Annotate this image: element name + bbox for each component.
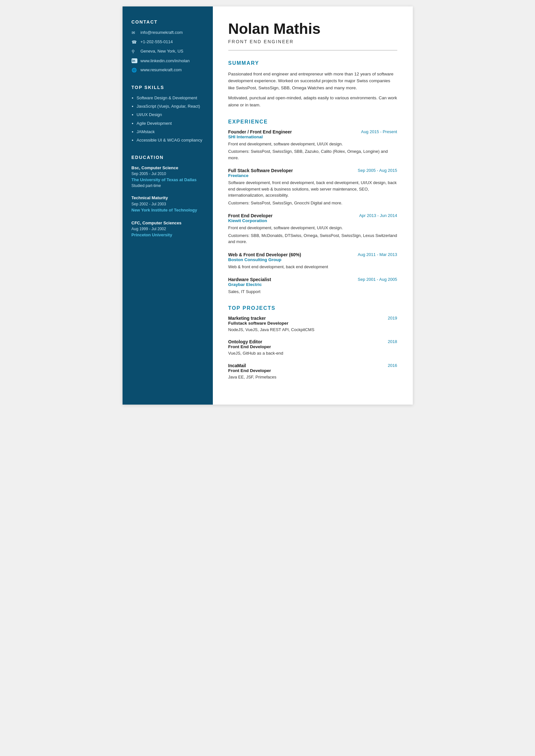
contact-phone-text: +1-202-555-0114: [141, 39, 173, 45]
header: Nolan Mathis FRONT END ENGINEER: [228, 21, 397, 51]
contact-email: ✉ info@resumekraft.com: [131, 30, 204, 36]
skill-item: Software Design & Development: [137, 95, 204, 101]
exp-dates: Aug 2011 - Mar 2013: [358, 252, 397, 257]
edu-dates: Sep 2005 - Jul 2010: [131, 172, 204, 176]
edu-school: New York Institute of Technology: [131, 207, 204, 213]
contact-title: CONTACT: [131, 19, 204, 24]
project-year: 2018: [388, 339, 397, 344]
project-tech: Java EE, JSF, Primefaces: [228, 374, 397, 380]
exp-job-title: Founder / Front End Engineer: [228, 129, 292, 134]
exp-header: Full Stack Software Developer Sep 2005 -…: [228, 168, 397, 173]
exp-dates: Apr 2013 - Jun 2014: [359, 213, 397, 218]
exp-dates: Sep 2001 - Aug 2005: [358, 277, 397, 282]
summary-paragraph-0: Passionated front end engineer and entre…: [228, 70, 397, 92]
candidate-name: Nolan Mathis: [228, 21, 397, 37]
project-header: Marketing tracker 2019: [228, 316, 397, 321]
exp-dates: Sep 2005 - Aug 2015: [358, 168, 397, 173]
website-icon: 🌐: [131, 68, 137, 73]
exp-desc: Sales, IT Support: [228, 288, 397, 295]
contact-website-text: www.resumekraft.com: [141, 67, 182, 73]
skills-section: TOP SKILLS Software Design & Development…: [131, 85, 204, 143]
exp-dates: Aug 2015 - Present: [361, 129, 397, 134]
edu-degree: Technical Maturity: [131, 195, 204, 201]
contact-linkedin: in www.linkedin.com/in/nolan: [131, 58, 204, 64]
edu-school: The University of Texas at Dallas: [131, 177, 204, 183]
exp-desc: Front end development, software developm…: [228, 141, 397, 147]
exp-desc: Front end development, software developm…: [228, 225, 397, 231]
projects-title: TOP PROJECTS: [228, 305, 397, 311]
exp-item-3: Web & Front End Developer (60%) Aug 2011…: [228, 252, 397, 270]
contact-email-text: info@resumekraft.com: [141, 30, 183, 36]
project-role: Fullstack software Developer: [228, 321, 397, 326]
exp-header: Hardware Specialist Sep 2001 - Aug 2005: [228, 277, 397, 282]
experience-section: EXPERIENCE Founder / Front End Engineer …: [228, 119, 397, 295]
edu-school: Princeton University: [131, 232, 204, 238]
exp-item-0: Founder / Front End Engineer Aug 2015 - …: [228, 129, 397, 161]
exp-job-title: Front End Developer: [228, 213, 273, 218]
exp-job-title: Web & Front End Developer (60%): [228, 252, 301, 257]
project-role: Front End Developer: [228, 344, 397, 349]
contact-linkedin-text: www.linkedin.com/in/nolan: [141, 58, 190, 64]
project-item-0: Marketing tracker 2019 Fullstack softwar…: [228, 316, 397, 333]
project-header: Ontology Editor 2018: [228, 339, 397, 344]
exp-desc: Customers: SwissPost, SwissSign, SBB, Za…: [228, 148, 397, 161]
edu-item-0: Bsc, Computer Science Sep 2005 - Jul 201…: [131, 165, 204, 188]
project-year: 2019: [388, 316, 397, 320]
project-role: Front End Developer: [228, 368, 397, 373]
experience-title: EXPERIENCE: [228, 119, 397, 125]
education-title: EDUCATION: [131, 155, 204, 160]
skills-list: Software Design & Development JavaScript…: [131, 95, 204, 143]
exp-desc: Software development, front end developm…: [228, 179, 397, 199]
edu-dates: Aug 1999 - Jul 2002: [131, 227, 204, 231]
project-item-2: IncaMail 2016 Front End Developer Java E…: [228, 363, 397, 380]
exp-item-1: Full Stack Software Developer Sep 2005 -…: [228, 168, 397, 206]
location-icon: ⚲: [131, 49, 137, 54]
exp-item-4: Hardware Specialist Sep 2001 - Aug 2005 …: [228, 277, 397, 295]
resume-document: CONTACT ✉ info@resumekraft.com ☎ +1-202-…: [123, 7, 413, 405]
edu-item-1: Technical Maturity Sep 2002 - Jul 2003 N…: [131, 195, 204, 213]
exp-company: Freelance: [228, 173, 397, 178]
linkedin-icon: in: [131, 58, 137, 63]
skill-item: JAMstack: [137, 129, 204, 135]
exp-company: Graybar Electric: [228, 282, 397, 287]
projects-section: TOP PROJECTS Marketing tracker 2019 Full…: [228, 305, 397, 380]
project-header: IncaMail 2016: [228, 363, 397, 368]
project-year: 2016: [388, 363, 397, 368]
summary-paragraph-1: Motivated, punctual and open-minded, ada…: [228, 94, 397, 108]
edu-item-2: CFC, Computer Sciences Aug 1999 - Jul 20…: [131, 220, 204, 238]
main-content: Nolan Mathis FRONT END ENGINEER SUMMARY …: [213, 7, 413, 405]
project-item-1: Ontology Editor 2018 Front End Developer…: [228, 339, 397, 357]
contact-phone: ☎ +1-202-555-0114: [131, 39, 204, 45]
contact-website: 🌐 www.resumekraft.com: [131, 67, 204, 73]
skill-item: JavaScript (Vuejs, Angular, React): [137, 103, 204, 109]
project-tech: NodeJS, VueJS, Java REST API, CockpitCMS: [228, 327, 397, 333]
contact-section: CONTACT ✉ info@resumekraft.com ☎ +1-202-…: [131, 19, 204, 73]
email-icon: ✉: [131, 30, 137, 36]
candidate-title: FRONT END ENGINEER: [228, 39, 397, 44]
exp-item-2: Front End Developer Apr 2013 - Jun 2014 …: [228, 213, 397, 245]
skill-item: UI/UX Design: [137, 112, 204, 118]
header-divider: [228, 50, 397, 51]
exp-header: Web & Front End Developer (60%) Aug 2011…: [228, 252, 397, 257]
edu-degree: CFC, Computer Sciences: [131, 220, 204, 226]
exp-desc: Customers: SwissPost, SwissSign, Gnocchi…: [228, 200, 397, 206]
skills-title: TOP SKILLS: [131, 85, 204, 90]
exp-company: SHI International: [228, 134, 397, 139]
sidebar: CONTACT ✉ info@resumekraft.com ☎ +1-202-…: [123, 7, 213, 405]
edu-dates: Sep 2002 - Jul 2003: [131, 202, 204, 206]
exp-job-title: Hardware Specialist: [228, 277, 271, 282]
contact-location-text: Geneva, New York, US: [141, 48, 183, 54]
edu-note: Studied part-time: [131, 183, 204, 188]
exp-header: Founder / Front End Engineer Aug 2015 - …: [228, 129, 397, 134]
education-section: EDUCATION Bsc, Computer Science Sep 2005…: [131, 155, 204, 238]
exp-company: Boston Consulting Group: [228, 257, 397, 262]
contact-location: ⚲ Geneva, New York, US: [131, 48, 204, 54]
project-name: Marketing tracker: [228, 316, 266, 321]
summary-section: SUMMARY Passionated front end engineer a…: [228, 60, 397, 109]
exp-company: Kiewit Corporation: [228, 218, 397, 223]
exp-desc: Customers: SBB, McDonalds, DTSwiss, Omeg…: [228, 232, 397, 245]
edu-degree: Bsc, Computer Science: [131, 165, 204, 171]
exp-job-title: Full Stack Software Developer: [228, 168, 293, 173]
summary-title: SUMMARY: [228, 60, 397, 66]
phone-icon: ☎: [131, 39, 137, 45]
